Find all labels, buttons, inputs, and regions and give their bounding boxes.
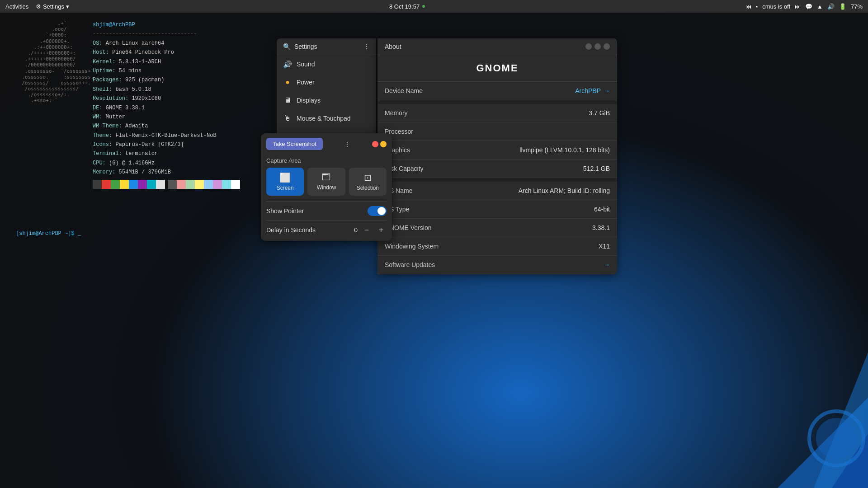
battery-icon[interactable]: 🔋 — [839, 3, 846, 10]
about-panel-title: About — [385, 43, 401, 50]
device-name-arrow: → — [604, 87, 610, 94]
screenshot-header: Take Screenshot ⋮ — [261, 133, 392, 155]
settings-search-area[interactable]: 🔍 Settings — [283, 43, 317, 50]
selection-capture-label: Selection — [357, 185, 379, 191]
topbar-left: Activities ⚙ Settings ▾ — [5, 3, 69, 10]
terminal-prompt: [shjim@ArchPBP ~]$ _ — [16, 230, 94, 237]
displays-label: Displays — [297, 97, 321, 104]
window-capture-label: Window — [317, 184, 336, 191]
chat-icon[interactable]: 💬 — [805, 3, 812, 10]
media-prev-icon[interactable]: ⏮ — [745, 3, 751, 10]
battery-label: 77% — [851, 3, 863, 10]
capture-buttons-group: ⬜ Screen 🗔 Window ⊡ Selection — [261, 168, 392, 201]
updates-arrow: → — [604, 261, 610, 268]
device-name-value[interactable]: ArchPBP → — [575, 87, 610, 94]
color-palette — [93, 180, 240, 189]
mouse-icon: 🖱 — [283, 114, 292, 123]
screenshot-popup: Take Screenshot ⋮ Capture Area ⬜ Screen … — [261, 133, 392, 241]
processor-row: Processor — [377, 122, 617, 141]
bg-decorative-shape — [687, 307, 868, 488]
settings-menu-icon[interactable]: ⋮ — [363, 43, 370, 50]
windowing-row: Windowing System X11 — [377, 237, 617, 256]
capture-selection-button[interactable]: ⊡ Selection — [349, 168, 387, 196]
updates-label: Software Updates — [385, 261, 435, 268]
delay-increase-button[interactable]: + — [376, 225, 387, 235]
svg-point-4 — [816, 418, 857, 459]
disk-row: Disk Capacity 512.1 GB — [377, 160, 617, 178]
settings-panel-header: 🔍 Settings ⋮ — [277, 38, 376, 55]
sound-label: Sound — [297, 61, 315, 68]
disk-value: 512.1 GB — [583, 165, 610, 172]
screenshot-menu-icon[interactable]: ⋮ — [344, 141, 350, 148]
about-win-btn1[interactable] — [585, 43, 592, 50]
media-icon: ▪ — [756, 3, 758, 10]
os-name-value: Arch Linux ARM; Build ID: rolling — [519, 187, 610, 194]
terminal-info: shjim@ArchPBP --------------------------… — [93, 20, 240, 189]
delay-decrease-button[interactable]: − — [361, 225, 372, 235]
volume-icon[interactable]: 🔊 — [827, 3, 835, 10]
show-pointer-label: Show Pointer — [266, 207, 304, 215]
about-panel: About GNOME Device Name ArchPBP → Memory… — [377, 38, 617, 274]
sound-icon: 🔊 — [283, 60, 292, 69]
delay-controls: 0 − + — [354, 225, 387, 235]
mouse-label: Mouse & Touchpad — [297, 115, 351, 122]
about-win-btn2[interactable] — [594, 43, 601, 50]
screen-capture-label: Screen — [277, 185, 294, 191]
settings-item-power[interactable]: ● Power — [277, 73, 376, 91]
terminal-area: .+` .ooo/ `+0000: .+000000+. .:++0000000… — [16, 20, 94, 237]
topbar-right: ⏮ ▪ cmus is off ⏭ 💬 ▲ 🔊 🔋 77% — [745, 3, 863, 10]
os-name-row: OS Name Arch Linux ARM; Build ID: rollin… — [377, 178, 617, 200]
screen-capture-icon: ⬜ — [279, 172, 291, 183]
memory-label: Memory — [385, 109, 408, 117]
software-updates-row[interactable]: Software Updates → — [377, 256, 617, 274]
cmus-status: cmus is off — [762, 3, 790, 10]
device-name-row: Device Name ArchPBP → — [377, 82, 617, 100]
topbar: Activities ⚙ Settings ▾ 8 Oct 19:57 ⏮ ▪ … — [0, 0, 868, 13]
settings-item-displays[interactable]: 🖥 Displays — [277, 91, 376, 109]
topbar-center: 8 Oct 19:57 — [389, 3, 425, 10]
screenshot-close-button[interactable] — [372, 141, 378, 147]
graphics-value: llvmpipe (LLVM 10.0.1, 128 bits) — [519, 146, 610, 154]
selection-capture-icon: ⊡ — [364, 172, 372, 183]
memory-row: Memory 3.7 GiB — [377, 100, 617, 122]
take-screenshot-button[interactable]: Take Screenshot — [266, 138, 323, 150]
gnome-version-row: GNOME Version 3.38.1 — [377, 219, 617, 237]
windowing-value: X11 — [599, 243, 610, 250]
capture-screen-button[interactable]: ⬜ Screen — [266, 168, 304, 196]
about-panel-header: About — [377, 38, 617, 55]
displays-icon: 🖥 — [283, 96, 292, 105]
os-type-row: OS Type 64-bit — [377, 200, 617, 219]
search-icon: 🔍 — [283, 43, 291, 50]
about-win-btn3[interactable] — [604, 43, 610, 50]
os-type-value: 64-bit — [594, 206, 610, 213]
capture-area-label: Capture Area — [261, 155, 392, 168]
media-next-icon[interactable]: ⏭ — [795, 3, 801, 10]
show-pointer-toggle[interactable] — [368, 206, 387, 216]
delay-label: Delay in Seconds — [266, 226, 316, 234]
ascii-art: .+` .ooo/ `+0000: .+000000+. .:++0000000… — [16, 20, 94, 104]
toggle-knob — [377, 207, 386, 215]
graphics-row: Graphics llvmpipe (LLVM 10.0.1, 128 bits… — [377, 141, 617, 160]
window-capture-icon: 🗔 — [322, 172, 331, 183]
delay-row: Delay in Seconds 0 − + — [261, 221, 392, 241]
gnome-version-value: 3.38.1 — [592, 224, 610, 231]
capture-window-button[interactable]: 🗔 Window — [307, 168, 345, 196]
activities-button[interactable]: Activities — [5, 3, 28, 10]
user-host-label: shjim@ArchPBP — [93, 22, 135, 28]
notification-dot — [422, 5, 425, 8]
settings-menu-button[interactable]: ⚙ Settings ▾ — [36, 3, 69, 10]
power-icon: ● — [283, 78, 292, 87]
power-label: Power — [297, 79, 315, 86]
delay-value: 0 — [354, 226, 358, 234]
window-controls — [585, 43, 610, 50]
datetime-label: 8 Oct 19:57 — [389, 3, 420, 10]
gnome-logo: GNOME — [377, 55, 617, 82]
settings-item-sound[interactable]: 🔊 Sound — [277, 55, 376, 73]
wifi-icon[interactable]: ▲ — [817, 3, 823, 10]
memory-value: 3.7 GiB — [589, 109, 610, 117]
device-name-label: Device Name — [385, 87, 423, 94]
windowing-label: Windowing System — [385, 243, 439, 250]
screenshot-min-button[interactable] — [380, 141, 387, 147]
show-pointer-row: Show Pointer — [261, 202, 392, 221]
settings-item-mouse[interactable]: 🖱 Mouse & Touchpad — [277, 109, 376, 127]
